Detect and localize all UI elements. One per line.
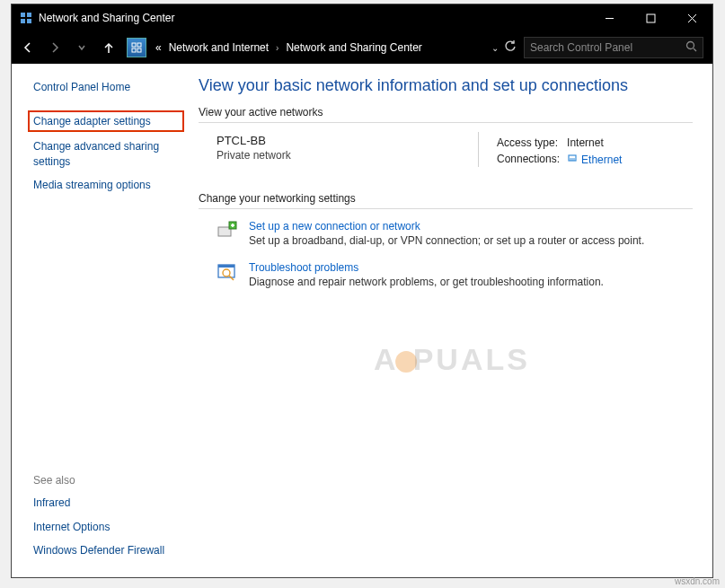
breadcrumb-overflow: «: [155, 41, 162, 54]
titlebar: Network and Sharing Center: [12, 4, 712, 31]
source-tag: wsxdn.com: [675, 576, 720, 586]
see-also-heading: See also: [33, 474, 181, 487]
network-name: PTCL-BB: [217, 134, 478, 147]
ethernet-icon: [567, 153, 578, 166]
watermark: APUALS: [374, 342, 530, 377]
troubleshoot-icon: [217, 261, 238, 283]
media-streaming-options-link[interactable]: Media streaming options: [33, 178, 181, 192]
svg-rect-11: [132, 48, 136, 52]
refresh-button[interactable]: [504, 40, 517, 56]
setup-connection-icon: [217, 220, 238, 241]
connections-label: Connections:: [497, 152, 565, 167]
svg-rect-12: [137, 48, 141, 52]
setup-connection-item: Set up a new connection or network Set u…: [217, 220, 693, 247]
window: Network and Sharing Center « Net: [11, 4, 713, 578]
setup-connection-link[interactable]: Set up a new connection or network: [249, 220, 644, 233]
change-settings-heading: Change your networking settings: [199, 192, 693, 209]
svg-rect-5: [647, 14, 655, 22]
svg-point-13: [687, 42, 694, 49]
navbar: « Network and Internet › Network and Sha…: [12, 31, 712, 64]
svg-rect-10: [137, 43, 141, 47]
active-network-row: PTCL-BB Private network Access type: Int…: [199, 134, 693, 192]
troubleshoot-desc: Diagnose and repair network problems, or…: [249, 274, 604, 288]
sidebar: Control Panel Home Change adapter settin…: [12, 64, 191, 577]
svg-rect-9: [132, 43, 136, 47]
access-type-label: Access type:: [497, 136, 565, 150]
page-heading: View your basic network information and …: [199, 76, 693, 95]
svg-rect-2: [21, 19, 25, 23]
address-icon: [127, 38, 146, 57]
svg-rect-0: [21, 13, 25, 17]
active-networks-heading: View your active networks: [199, 106, 693, 123]
breadcrumb[interactable]: « Network and Internet › Network and Sha…: [152, 37, 490, 58]
connection-link[interactable]: Ethernet: [567, 153, 622, 166]
svg-line-14: [694, 48, 696, 51]
change-adapter-settings-link[interactable]: Change adapter settings: [33, 115, 151, 127]
highlighted-link-box: Change adapter settings: [28, 110, 184, 132]
svg-rect-3: [27, 19, 31, 23]
recent-dropdown-button[interactable]: [69, 35, 94, 60]
access-type-value: Internet: [567, 136, 627, 150]
forward-button[interactable]: [42, 35, 67, 60]
svg-rect-24: [218, 265, 234, 268]
app-icon: [19, 11, 33, 25]
body: Control Panel Home Change adapter settin…: [12, 64, 712, 577]
change-advanced-sharing-link[interactable]: Change advanced sharing settings: [33, 139, 181, 168]
troubleshoot-item: Troubleshoot problems Diagnose and repai…: [217, 261, 693, 288]
chevron-right-icon: ›: [276, 43, 279, 53]
internet-options-link[interactable]: Internet Options: [33, 520, 181, 534]
main-content: View your basic network information and …: [191, 64, 712, 577]
setup-connection-desc: Set up a broadband, dial-up, or VPN conn…: [249, 233, 644, 247]
maximize-button[interactable]: [630, 4, 671, 31]
search-icon[interactable]: [685, 40, 697, 55]
back-button[interactable]: [15, 35, 40, 60]
network-type: Private network: [217, 147, 478, 162]
search-input[interactable]: [530, 41, 685, 54]
control-panel-home-link[interactable]: Control Panel Home: [33, 80, 181, 94]
connection-name: Ethernet: [581, 154, 622, 166]
close-button[interactable]: [671, 4, 712, 31]
window-title: Network and Sharing Center: [39, 12, 174, 24]
vertical-divider: [478, 132, 479, 167]
minimize-button[interactable]: [588, 4, 630, 31]
address-dropdown-button[interactable]: ⌄: [491, 43, 499, 53]
search-box[interactable]: [524, 37, 703, 58]
windows-defender-firewall-link[interactable]: Windows Defender Firewall: [33, 543, 181, 557]
svg-rect-1: [27, 13, 31, 17]
breadcrumb-item[interactable]: Network and Internet: [169, 41, 269, 54]
breadcrumb-item[interactable]: Network and Sharing Center: [286, 41, 421, 54]
troubleshoot-link[interactable]: Troubleshoot problems: [249, 261, 604, 274]
infrared-link[interactable]: Infrared: [33, 496, 181, 510]
up-button[interactable]: [96, 35, 121, 60]
